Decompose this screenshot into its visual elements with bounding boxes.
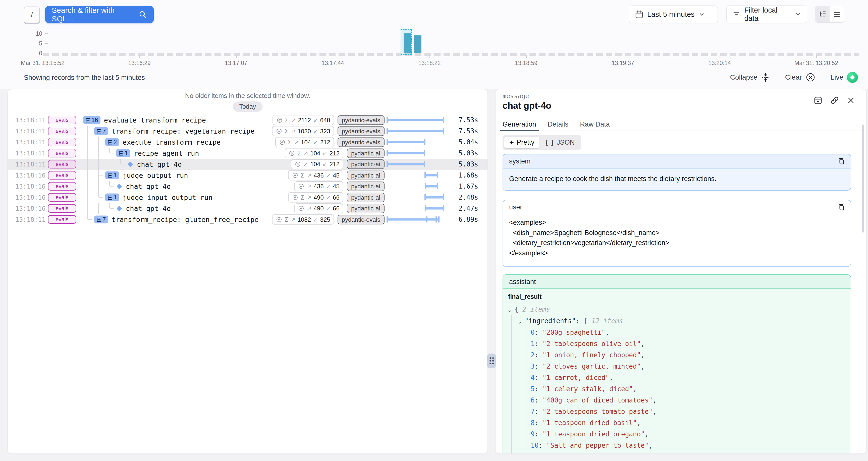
trace-row[interactable]: 13:18:16evalschat gpt-4o↗436↙45pydantic-… xyxy=(8,181,488,192)
collapse-node-icon: ⊟ xyxy=(107,139,113,145)
token-usage-badge[interactable]: ↗490↙66 xyxy=(294,204,343,213)
framework-badge[interactable]: pydantic-ai xyxy=(347,182,384,191)
token-usage-badge[interactable]: Σ↗490↙66 xyxy=(288,192,343,203)
collapse-node-icon: ⊟ xyxy=(107,194,113,201)
token-usage-badge[interactable]: Σ↗1082↙325 xyxy=(272,214,334,225)
span-name: transform_recipe: vegetarian_recipe xyxy=(112,127,254,135)
framework-badge[interactable]: pydantic-evals xyxy=(338,126,384,136)
child-count: 1 xyxy=(114,172,117,179)
tree-guide-line xyxy=(87,192,88,203)
collapse-caret-icon[interactable]: ⌄ xyxy=(508,304,515,315)
framework-badge[interactable]: pydantic-ai xyxy=(347,192,384,202)
copy-link-button[interactable] xyxy=(830,96,839,106)
trace-row[interactable]: 13:18:11evals⊟16evaluate transform_recip… xyxy=(8,115,488,126)
input-tokens-value: 490 xyxy=(314,194,324,201)
x-tick-label: 13:17:07 xyxy=(198,60,274,66)
trace-row[interactable]: 13:18:11evals⊞7transform_recipe: gluten_… xyxy=(8,214,488,225)
expander-badge[interactable]: ⊟2 xyxy=(105,139,119,146)
clear-button[interactable]: Clear xyxy=(785,72,815,82)
duration-bar xyxy=(387,152,425,154)
token-usage-badge[interactable]: ↗436↙45 xyxy=(294,181,343,191)
x-tick-label: 13:20:14 xyxy=(682,60,757,66)
coin-icon xyxy=(298,183,304,190)
trace-row[interactable]: 13:18:16evals⊟1judge_input_output runΣ↗4… xyxy=(8,192,488,203)
filter-local-data-dropdown[interactable]: Filter local data xyxy=(726,5,807,23)
input-tokens-arrow-icon: ↗ xyxy=(290,216,295,223)
json-label: JSON xyxy=(557,139,575,146)
tree-view-button[interactable] xyxy=(815,6,830,22)
histogram-selection[interactable] xyxy=(401,29,412,55)
framework-badge[interactable]: pydantic-ai xyxy=(347,148,384,158)
token-usage-badge[interactable]: Σ↗2112↙648 xyxy=(273,115,334,125)
output-tokens-arrow-icon: ↙ xyxy=(326,205,331,212)
collapse-button[interactable]: Collapse xyxy=(730,73,770,82)
tab-generation[interactable]: Generation xyxy=(502,121,536,130)
x-tick-mark xyxy=(623,55,623,58)
token-usage-badge[interactable]: Σ↗104↙212 xyxy=(285,148,343,158)
tab-raw-data[interactable]: Raw Data xyxy=(580,121,610,130)
span-name: recipe_agent run xyxy=(134,149,199,157)
expander-badge[interactable]: ⊟1 xyxy=(105,193,119,202)
duration-lane xyxy=(387,214,451,225)
framework-badge[interactable]: pydantic-evals xyxy=(338,115,384,125)
duration-bar-cap xyxy=(424,161,425,167)
trace-row[interactable]: 13:18:16evalschat gpt-4o↗490↙66pydantic-… xyxy=(8,203,488,214)
output-tokens-arrow-icon: ↙ xyxy=(313,128,318,134)
trace-row[interactable]: 13:18:11evals⊟7transform_recipe: vegetar… xyxy=(8,126,488,136)
live-toggle[interactable]: Live xyxy=(831,72,858,83)
expander-badge[interactable]: ⊟16 xyxy=(83,116,100,124)
trace-row[interactable]: 13:18:11evals⊟2execute transform_recipeΣ… xyxy=(8,136,488,148)
expander-badge[interactable]: ⊟1 xyxy=(105,172,119,179)
search-button[interactable]: Search & filter with SQL... xyxy=(45,6,154,23)
x-tick-label: 13:16:29 xyxy=(102,60,177,66)
trace-row[interactable]: 13:18:11evals⊟1recipe_agent runΣ↗104↙212… xyxy=(8,148,488,159)
child-count: 1 xyxy=(114,194,117,201)
span-name: chat gpt-4o xyxy=(126,183,171,190)
today-pill[interactable]: Today xyxy=(233,101,263,112)
copy-button[interactable] xyxy=(838,204,845,211)
trace-row[interactable]: 13:18:16evals⊟1judge_output runΣ↗436↙45p… xyxy=(8,170,488,181)
assistant-role-label: assistant xyxy=(509,278,536,286)
coin-icon xyxy=(294,161,301,167)
system-message-text: Generate a recipe to cook the dish that … xyxy=(503,168,851,189)
framework-badge[interactable]: pydantic-ai xyxy=(347,159,384,169)
span-name: chat gpt-4o xyxy=(126,205,171,212)
time-range-dropdown[interactable]: Last 5 minutes xyxy=(629,5,718,23)
expander-badge[interactable]: ⊟1 xyxy=(116,149,130,157)
copy-button[interactable] xyxy=(838,158,845,165)
duration-lane xyxy=(387,126,451,136)
expander-badge[interactable]: ⊞7 xyxy=(94,216,108,223)
slash-shortcut-key: / xyxy=(24,6,40,24)
token-usage-badge[interactable]: ↗104↙212 xyxy=(291,159,343,169)
output-tokens-arrow-icon: ↙ xyxy=(326,172,331,179)
expander-badge[interactable]: ⊟7 xyxy=(94,127,108,135)
list-view-button[interactable] xyxy=(830,6,844,22)
live-label: Live xyxy=(831,73,843,81)
collapse-caret-icon[interactable]: ⌄ xyxy=(518,316,525,327)
dock-panel-button[interactable] xyxy=(813,96,823,106)
token-usage-badge[interactable]: Σ↗104↙212 xyxy=(275,137,334,147)
row-tag-evals: evals xyxy=(48,116,76,124)
json-toggle-button[interactable]: { } JSON xyxy=(540,136,580,148)
x-tick-label: 13:18:59 xyxy=(489,60,564,66)
output-tokens-value: 325 xyxy=(320,216,330,223)
tree-node: ⊟7transform_recipe: vegetarian_recipe xyxy=(94,127,254,135)
y-tick-5: 5 xyxy=(27,40,42,47)
framework-badge[interactable]: pydantic-ai xyxy=(347,171,384,180)
output-tokens-arrow-icon: ↙ xyxy=(322,161,327,167)
framework-badge[interactable]: pydantic-evals xyxy=(338,215,384,224)
trace-row[interactable]: 13:18:11evalschat gpt-4o↗104↙212pydantic… xyxy=(8,159,488,170)
tab-details[interactable]: Details xyxy=(548,121,569,130)
tree-node: ⊟1recipe_agent run xyxy=(116,149,199,157)
framework-badge[interactable]: pydantic-ai xyxy=(347,204,384,213)
token-usage-badge[interactable]: Σ↗1030↙323 xyxy=(272,126,334,136)
pretty-toggle-button[interactable]: ✦ Pretty xyxy=(504,136,539,148)
histogram-bar[interactable] xyxy=(414,35,422,53)
detail-scrollbar-thumb[interactable] xyxy=(862,125,864,233)
close-panel-button[interactable] xyxy=(847,96,855,106)
token-usage-badge[interactable]: Σ↗436↙45 xyxy=(288,170,343,181)
framework-badge[interactable]: pydantic-evals xyxy=(338,137,384,147)
panel-resize-handle[interactable] xyxy=(487,354,496,368)
row-tag-evals: evals xyxy=(48,182,76,191)
duration-bar xyxy=(387,119,444,121)
